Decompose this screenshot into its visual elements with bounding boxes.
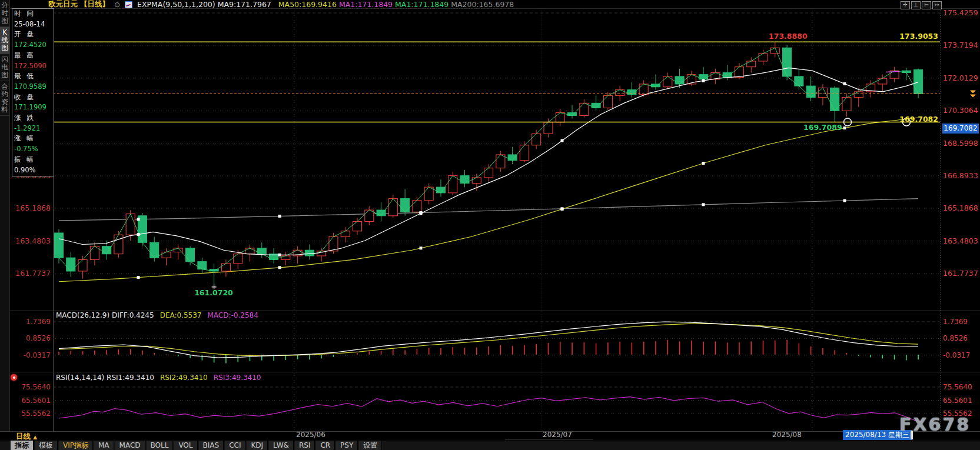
axis-play-icon[interactable]: ⊢	[922, 1, 931, 9]
candle-body[interactable]	[472, 178, 481, 184]
current-price-marker-icon	[970, 90, 976, 97]
candle-body[interactable]	[484, 168, 493, 178]
candle-body[interactable]	[663, 76, 672, 87]
toolbar-tab-PSY[interactable]: PSY	[336, 441, 358, 450]
candle-body[interactable]	[795, 76, 803, 86]
candle-body[interactable]	[520, 145, 529, 161]
ma9-marker	[702, 79, 705, 82]
candle-body[interactable]	[114, 235, 123, 254]
ma-value: MA50:169.9416	[278, 0, 337, 9]
candle-body[interactable]	[245, 248, 254, 254]
collapse-icon[interactable]: ⊖	[114, 1, 120, 9]
candle-body[interactable]	[616, 90, 624, 96]
candle-body[interactable]	[413, 201, 421, 212]
candle-body[interactable]	[556, 113, 564, 122]
candle-body[interactable]	[186, 248, 195, 262]
x-axis-month-label: 2025/08	[772, 431, 802, 439]
candle-body[interactable]	[341, 231, 350, 237]
candle-body[interactable]	[126, 214, 135, 235]
candle-body[interactable]	[544, 122, 553, 134]
candle-body[interactable]	[401, 199, 410, 212]
candle-body[interactable]	[568, 113, 577, 116]
toolbar-tab-模板[interactable]: 模板	[35, 441, 58, 450]
candle-body[interactable]	[747, 61, 756, 67]
candle-body[interactable]	[532, 134, 541, 145]
candle-body[interactable]	[353, 222, 362, 231]
candle-body[interactable]	[388, 199, 397, 216]
candle-body[interactable]	[759, 54, 768, 61]
candle-body[interactable]	[508, 155, 517, 161]
candle-body[interactable]	[818, 88, 827, 97]
toolbar-tab-设置[interactable]: 设置	[359, 441, 382, 450]
window-buttons: ✛⊥⊢↦	[901, 1, 942, 9]
info-value: 170.9589	[14, 82, 54, 92]
candle-body[interactable]	[806, 86, 815, 97]
candle-body[interactable]	[770, 48, 779, 54]
candle-body[interactable]	[102, 246, 111, 254]
y-axis-label-left: 165.1868	[15, 204, 51, 212]
candle-body[interactable]	[914, 70, 923, 94]
toolbar-tab-MACD[interactable]: MACD	[115, 441, 145, 450]
toolbar-tab-RSI[interactable]: RSI	[295, 441, 315, 450]
toolbar-tab-BOLL[interactable]: BOLL	[147, 441, 174, 450]
candle-body[interactable]	[221, 264, 230, 271]
candle-body[interactable]	[257, 248, 266, 254]
toolbar-tab-CCI[interactable]: CCI	[225, 441, 245, 450]
toolbar-tab-VOL[interactable]: VOL	[174, 441, 197, 450]
candle-body[interactable]	[281, 256, 290, 259]
toolbar-tab-BIAS[interactable]: BIAS	[199, 441, 224, 450]
move-icon[interactable]: ✛	[901, 1, 910, 9]
candle-body[interactable]	[67, 258, 75, 271]
ma200-marker	[843, 199, 846, 202]
candle-body[interactable]	[496, 155, 505, 168]
ma50-marker	[843, 126, 846, 129]
candle-body[interactable]	[78, 259, 87, 271]
toolbar-tab-LW&[interactable]: LW&	[269, 441, 294, 450]
panel-header-item: RSI(14,14,14) RSI1:49.3410	[56, 374, 154, 382]
info-label: 收 盘	[14, 92, 54, 103]
candle-body[interactable]	[162, 252, 171, 258]
indicator-chart-icon[interactable]	[125, 1, 132, 8]
candle-body[interactable]	[699, 75, 708, 79]
candle-body[interactable]	[783, 48, 792, 76]
period-label: 日线	[16, 432, 31, 441]
period-arrow-icon: ▲	[33, 434, 37, 440]
candle-body[interactable]	[580, 103, 589, 115]
ma9-marker	[843, 82, 846, 85]
scrollbar-thumb[interactable]	[505, 439, 593, 439]
candle-body[interactable]	[234, 254, 242, 264]
exit-right-icon[interactable]: ↦	[932, 1, 942, 9]
candle-body[interactable]	[198, 262, 207, 269]
candle-body[interactable]	[603, 95, 612, 108]
ma200-marker	[278, 215, 281, 218]
y-axis-label-right: 161.7737	[943, 269, 978, 278]
info-label: 最 低	[14, 71, 54, 82]
candle-body[interactable]	[150, 242, 159, 258]
y-axis-label-right: 166.8933	[943, 171, 978, 180]
candle-body[interactable]	[639, 84, 648, 95]
candle-body[interactable]	[449, 176, 457, 193]
sidebar-tab-闪电图[interactable]: 闪电图	[0, 54, 9, 81]
candle-body[interactable]	[878, 78, 887, 84]
candle-body[interactable]	[460, 176, 469, 184]
sidebar-tab-K线图[interactable]: K线图	[0, 27, 9, 54]
sidebar-tab-合约资料[interactable]: 合约资料	[0, 81, 9, 116]
chart-canvas[interactable]: 175.4259175.4259173.7194173.7194172.0129…	[0, 0, 980, 450]
toolbar-tab-指标[interactable]: 指标	[11, 441, 34, 450]
candle-body[interactable]	[55, 233, 64, 258]
toolbar-tab-CR[interactable]: CR	[316, 441, 335, 450]
candle-body[interactable]	[735, 67, 743, 78]
candle-body[interactable]	[592, 103, 600, 108]
axis-scale-icon[interactable]: ⊥	[911, 1, 921, 9]
candle-body[interactable]	[305, 250, 314, 256]
candle-body[interactable]	[675, 76, 684, 84]
rsi-settings-icon[interactable]	[11, 374, 17, 381]
toolbar-tab-KDJ[interactable]: KDJ	[247, 441, 268, 450]
sidebar-tab-分时图[interactable]: 分时图	[0, 0, 9, 27]
toolbar-tab-MA[interactable]: MA	[94, 441, 114, 450]
symbol-name[interactable]: 欧元日元	[48, 0, 78, 9]
candle-body[interactable]	[424, 187, 433, 201]
candle-body[interactable]	[854, 92, 863, 98]
toolbar-tab-VIP指标[interactable]: VIP指标	[59, 441, 93, 450]
candle-body[interactable]	[842, 98, 851, 111]
